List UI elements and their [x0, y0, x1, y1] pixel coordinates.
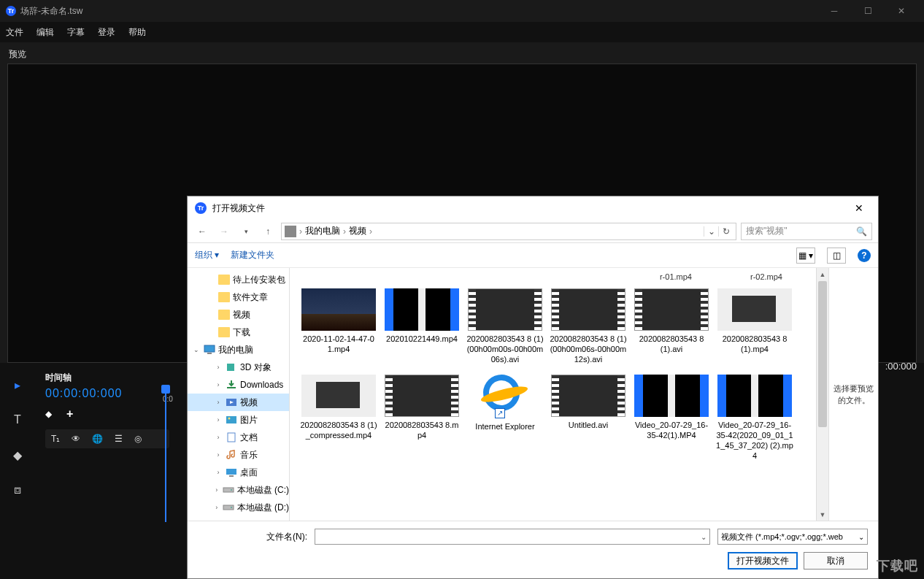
file-grid: r-01.mp4 r-02.mp4 2020-11-02-14-47-01.mp… [290, 268, 816, 521]
tree-item[interactable]: ›本地磁盘 (C:) [188, 481, 289, 499]
tree-item[interactable]: ›音乐 [188, 446, 289, 464]
cursor-tool-icon[interactable]: ▸ [10, 377, 25, 392]
tree-item[interactable]: ›Downloads [188, 376, 289, 394]
text-track-icon[interactable]: T₁ [51, 434, 60, 444]
scroll-down-icon[interactable]: ▼ [817, 508, 828, 521]
nav-up-icon[interactable]: ↑ [259, 223, 277, 240]
file-item[interactable]: 2020082803543 8 (1).avi [631, 285, 712, 367]
file-item[interactable]: 2020082803543 8 (1)(00h00m00s-00h00m06s)… [465, 285, 545, 367]
svg-point-10 [231, 489, 232, 491]
text-tool-icon[interactable]: T [10, 413, 25, 427]
dialog-close-button[interactable]: ✕ [847, 199, 871, 217]
open-button[interactable]: 打开视频文件 [728, 552, 798, 570]
tree-item[interactable]: ⌄我的电脑 [188, 341, 289, 358]
preview-label: 预览 [0, 42, 924, 64]
dialog-logo-icon: Tr [195, 202, 207, 214]
svg-rect-8 [229, 475, 234, 477]
tree-item[interactable]: ›桌面 [188, 464, 289, 481]
tree-item[interactable]: 软件文章 [188, 288, 289, 306]
minimize-button[interactable]: ─ [817, 0, 851, 22]
file-name: 2020082803543 8 (1)(00h00m06s-00h00m12s)… [550, 334, 627, 364]
visibility-icon[interactable]: 👁 [72, 434, 80, 444]
ie-icon: ↗ [483, 375, 527, 418]
file-item[interactable]: 2020082803543 8 (1)(00h00m06s-00h00m12s)… [548, 285, 628, 367]
menu-item-0[interactable]: 文件 [6, 26, 23, 39]
svg-rect-7 [226, 469, 236, 475]
menu-item-4[interactable]: 帮助 [128, 26, 146, 39]
tree-item[interactable]: 视频 [188, 306, 289, 323]
dialog-footer: 文件名(N): ⌄ 视频文件 (*.mp4;*.ogv;*.ogg;*.web⌄… [188, 521, 878, 578]
breadcrumb-dropdown-icon[interactable]: ⌄ [704, 226, 718, 237]
search-icon: 🔍 [856, 226, 867, 237]
file-thumbnail [551, 288, 625, 331]
breadcrumb-folder[interactable]: 视频 [349, 225, 366, 237]
file-item[interactable]: 2020082803543 8 (1)_compressed.mp4 [299, 372, 379, 464]
scroll-thumb[interactable] [818, 281, 827, 427]
tool-rail: ▸ T ◆ ⧈ [0, 363, 35, 579]
globe-icon[interactable]: 🌐 [92, 434, 103, 444]
tree-item[interactable]: ›本地磁盘 (D:) [188, 499, 289, 516]
menu-item-2[interactable]: 字幕 [67, 26, 85, 39]
svg-rect-4 [226, 416, 236, 423]
breadcrumb-refresh-icon[interactable]: ↻ [718, 226, 733, 237]
tree-item[interactable]: ›视频 [188, 394, 289, 411]
breadcrumb-root[interactable]: 我的电脑 [305, 225, 340, 237]
tree-item[interactable]: 下载 [188, 323, 289, 341]
nav-forward-icon[interactable]: → [215, 223, 233, 240]
filetype-select[interactable]: 视频文件 (*.mp4;*.ogv;*.ogg;*.web⌄ [717, 529, 868, 545]
filename-input[interactable]: ⌄ [315, 529, 710, 545]
app-titlebar: Tr 场辞-未命名.tsw ─ ☐ ✕ [0, 0, 924, 22]
file-item[interactable]: 2020-11-02-14-47-01.mp4 [299, 285, 379, 367]
file-name: 2020082803543 8.mp4 [383, 420, 461, 440]
search-input[interactable]: 搜索"视频" 🔍 [741, 223, 872, 240]
app-logo-icon: Tr [6, 6, 16, 16]
file-item[interactable]: Video_20-07-29_16-35-42(2020_09_01_11_45… [715, 372, 795, 464]
help-icon[interactable]: ? [858, 249, 871, 262]
preview-pane: 选择要预览的文件。 [828, 268, 878, 521]
file-item[interactable]: ↗Internet Explorer [465, 372, 545, 464]
target-icon[interactable]: ◎ [134, 434, 142, 444]
tree-item[interactable]: ›3D 对象 [188, 358, 289, 376]
marker-icon[interactable]: ◆ [45, 409, 52, 419]
file-item[interactable]: Video_20-07-29_16-35-42(1).MP4 [631, 372, 712, 464]
file-name: Video_20-07-29_16-35-42(1).MP4 [633, 420, 710, 440]
nav-back-icon[interactable]: ← [193, 223, 211, 240]
nav-history-icon[interactable]: ▾ [237, 223, 255, 240]
maximize-button[interactable]: ☐ [851, 0, 885, 22]
file-scrollbar[interactable]: ▲ ▼ [816, 268, 828, 521]
add-icon[interactable]: + [66, 407, 73, 421]
scroll-up-icon[interactable]: ▲ [817, 268, 828, 280]
svg-point-12 [231, 507, 232, 508]
playhead-line[interactable] [165, 391, 166, 522]
svg-rect-2 [227, 364, 234, 371]
file-open-dialog: Tr 打开视频文件 ✕ ← → ▾ ↑ › 我的电脑 › 视频 › ⌄ ↻ 搜索… [187, 196, 879, 579]
partial-file-label[interactable]: r-02.mp4 [750, 272, 782, 281]
cancel-button[interactable]: 取消 [804, 552, 868, 570]
close-button[interactable]: ✕ [885, 0, 918, 22]
file-item[interactable]: Untitled.avi [548, 372, 628, 464]
file-item[interactable]: 2020082803543 8 (1).mp4 [715, 285, 795, 367]
view-mode-icon[interactable]: ▦ ▾ [796, 248, 815, 264]
file-thumbnail [468, 288, 542, 331]
file-name: 2020082803543 8 (1)_compressed.mp4 [300, 420, 377, 440]
menu-item-1[interactable]: 编辑 [36, 26, 54, 39]
breadcrumb-root-icon [285, 226, 296, 237]
breadcrumb[interactable]: › 我的电脑 › 视频 › ⌄ ↻ [281, 223, 736, 240]
tree-item[interactable]: 待上传安装包 [188, 271, 289, 288]
file-item[interactable]: 2020082803543 8.mp4 [382, 372, 462, 464]
new-folder-button[interactable]: 新建文件夹 [231, 249, 274, 261]
menu-item-3[interactable]: 登录 [98, 26, 115, 39]
list-icon[interactable]: ☰ [115, 434, 123, 444]
dialog-nav: ← → ▾ ↑ › 我的电脑 › 视频 › ⌄ ↻ 搜索"视频" 🔍 [188, 220, 878, 243]
file-name: 202010221449.mp4 [386, 334, 458, 344]
file-area: r-01.mp4 r-02.mp4 2020-11-02-14-47-01.mp… [290, 268, 878, 521]
crop-tool-icon[interactable]: ⧈ [10, 483, 25, 497]
shape-tool-icon[interactable]: ◆ [10, 448, 25, 462]
organize-button[interactable]: 组织 ▾ [195, 249, 219, 261]
preview-pane-toggle-icon[interactable]: ◫ [827, 248, 846, 264]
dialog-toolbar: 组织 ▾ 新建文件夹 ▦ ▾ ◫ ? [188, 243, 878, 268]
tree-item[interactable]: ›图片 [188, 411, 289, 429]
file-item[interactable]: 202010221449.mp4 [382, 285, 462, 367]
tree-item[interactable]: ›文档 [188, 429, 289, 446]
partial-file-label[interactable]: r-01.mp4 [660, 272, 692, 281]
